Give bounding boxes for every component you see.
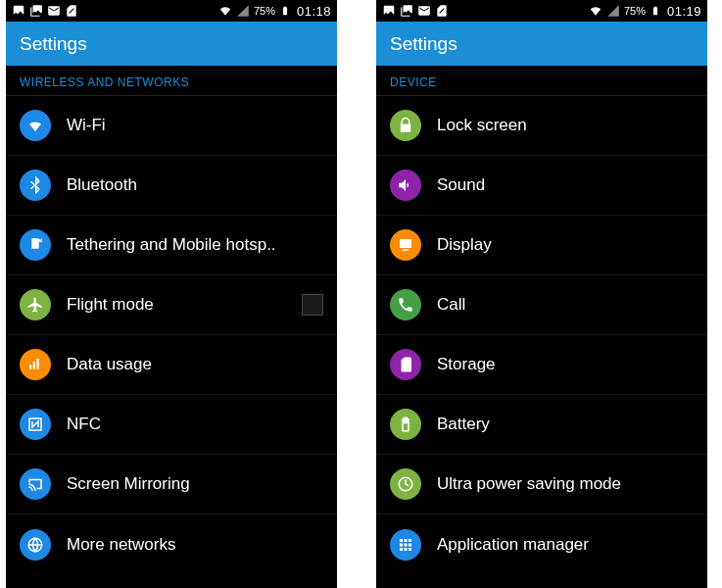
settings-item-label: Application manager [437,535,694,555]
settings-item-bluetooth[interactable]: Bluetooth [6,156,337,216]
status-bar: 75% 01:18 [6,0,337,22]
settings-item-nfc[interactable]: NFC [6,395,337,455]
settings-item-label: Wi-Fi [67,116,323,135]
settings-item-display[interactable]: Display [376,216,707,275]
wifi-icon [20,110,51,141]
cell-signal-icon [236,4,250,18]
settings-item-label: Data usage [67,355,323,374]
cast-icon [20,468,51,500]
bluetooth-icon [20,170,51,201]
image-icon [12,4,25,18]
settings-item-label: Display [437,235,694,255]
apps-icon [390,529,421,561]
settings-item-label: Battery [437,415,694,434]
settings-item-label: More networks [67,535,323,555]
settings-item-ultra-power[interactable]: Ultra power saving mode [376,455,707,514]
settings-item-lock-screen[interactable]: Lock screen [376,96,707,156]
page-title: Settings [20,33,87,55]
settings-item-label: Sound [437,175,694,195]
settings-item-label: Bluetooth [67,175,323,195]
flight-mode-checkbox[interactable] [302,294,323,316]
settings-item-call[interactable]: Call [376,275,707,335]
settings-item-label: Call [437,295,694,315]
sound-icon [390,170,421,201]
settings-item-label: Lock screen [437,116,694,135]
status-bar: 75% 01:19 [376,0,707,22]
settings-item-wifi[interactable]: Wi-Fi [6,96,337,156]
page-title: Settings [390,33,457,55]
display-icon [390,229,421,261]
hotspot-icon [20,229,51,261]
airplane-icon [20,289,51,320]
settings-item-label: Ultra power saving mode [437,474,694,494]
battery-icon [650,4,660,18]
mail-icon [417,4,431,18]
images-icon [400,4,413,18]
image-icon [382,4,396,18]
settings-item-label: Screen Mirroring [67,474,323,494]
settings-item-more-networks[interactable]: More networks [6,514,337,574]
nfc-icon [20,409,51,440]
settings-item-battery[interactable]: Battery [376,395,707,455]
settings-item-label: Tethering and Mobile hotsp.. [67,235,323,255]
wifi-signal-icon [589,4,602,18]
settings-item-app-manager[interactable]: Application manager [376,514,707,574]
settings-item-label: Storage [437,355,694,374]
svg-point-0 [38,239,41,242]
settings-screen-wireless: 75% 01:18 Settings WIRELESS AND NETWORKS… [6,0,337,588]
cell-signal-icon [606,4,620,18]
battery-icon [280,4,290,18]
settings-item-label: Flight mode [67,295,294,315]
title-bar: Settings [376,22,707,66]
images-icon [29,4,43,18]
globe-icon [20,529,51,561]
title-bar: Settings [6,22,337,66]
phone-icon [390,289,421,320]
settings-item-label: NFC [67,415,323,434]
settings-list: Lock screenSoundDisplayCallStorageBatter… [376,96,707,574]
battery-icon [390,409,421,440]
ups-icon [390,468,421,500]
clock: 01:18 [297,4,331,19]
sim-icon [65,4,78,18]
lock-icon [390,110,421,141]
sd-icon [390,349,421,380]
clock: 01:19 [667,4,701,19]
wifi-signal-icon [218,4,232,18]
settings-item-storage[interactable]: Storage [376,335,707,395]
settings-item-data-usage[interactable]: Data usage [6,335,337,395]
settings-screen-device: 75% 01:19 Settings DEVICE Lock screenSou… [376,0,707,588]
settings-item-sound[interactable]: Sound [376,156,707,216]
section-header-device: DEVICE [376,66,707,96]
settings-list: Wi-FiBluetoothTethering and Mobile hotsp… [6,96,337,574]
mail-icon [47,4,61,18]
settings-item-screen-mirror[interactable]: Screen Mirroring [6,455,337,514]
battery-percent: 75% [624,5,646,17]
section-header-wireless: WIRELESS AND NETWORKS [6,66,337,96]
bars-icon [20,349,51,380]
battery-percent: 75% [254,5,275,17]
settings-item-flight-mode[interactable]: Flight mode [6,275,337,335]
settings-item-tethering[interactable]: Tethering and Mobile hotsp.. [6,216,337,275]
sim-icon [435,4,449,18]
